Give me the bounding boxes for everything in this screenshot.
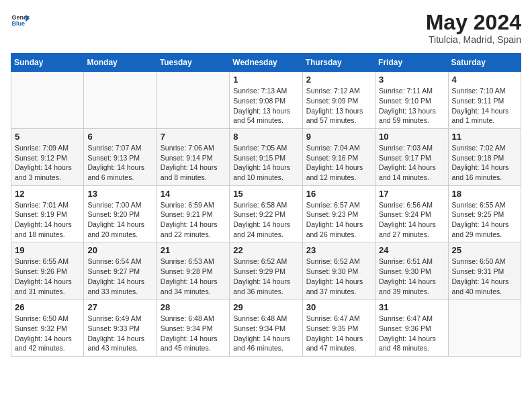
calendar-day-9: 9Sunrise: 7:04 AM Sunset: 9:16 PM Daylig… — [302, 128, 375, 185]
calendar-day-30: 30Sunrise: 6:47 AM Sunset: 9:35 PM Dayli… — [302, 300, 375, 357]
day-info: Sunrise: 7:06 AM Sunset: 9:14 PM Dayligh… — [161, 143, 226, 183]
calendar-day-16: 16Sunrise: 6:57 AM Sunset: 9:23 PM Dayli… — [302, 185, 375, 242]
day-number: 25 — [452, 245, 517, 255]
calendar-day-25: 25Sunrise: 6:50 AM Sunset: 9:31 PM Dayli… — [448, 242, 521, 300]
calendar-day-20: 20Sunrise: 6:54 AM Sunset: 9:27 PM Dayli… — [84, 242, 157, 300]
day-info: Sunrise: 6:56 AM Sunset: 9:24 PM Dayligh… — [379, 200, 444, 240]
calendar-day-28: 28Sunrise: 6:48 AM Sunset: 9:34 PM Dayli… — [157, 300, 229, 357]
day-number: 15 — [233, 189, 298, 199]
day-number: 13 — [87, 189, 152, 199]
calendar-day-12: 12Sunrise: 7:01 AM Sunset: 9:19 PM Dayli… — [11, 185, 84, 242]
day-info: Sunrise: 6:55 AM Sunset: 9:25 PM Dayligh… — [452, 200, 517, 240]
day-number: 10 — [379, 132, 444, 142]
calendar-day-2: 2Sunrise: 7:12 AM Sunset: 9:09 PM Daylig… — [302, 72, 375, 129]
day-number: 28 — [161, 302, 226, 312]
calendar-day-4: 4Sunrise: 7:10 AM Sunset: 9:11 PM Daylig… — [448, 72, 521, 129]
day-info: Sunrise: 6:51 AM Sunset: 9:30 PM Dayligh… — [379, 257, 444, 296]
day-number: 2 — [306, 75, 371, 85]
day-header-friday: Friday — [375, 54, 448, 72]
calendar-week-row: 12Sunrise: 7:01 AM Sunset: 9:19 PM Dayli… — [11, 185, 521, 242]
calendar-day-3: 3Sunrise: 7:11 AM Sunset: 9:10 PM Daylig… — [375, 72, 448, 129]
day-info: Sunrise: 6:53 AM Sunset: 9:28 PM Dayligh… — [161, 257, 226, 296]
day-info: Sunrise: 7:09 AM Sunset: 9:12 PM Dayligh… — [15, 143, 80, 183]
day-header-tuesday: Tuesday — [157, 54, 229, 72]
calendar-day-21: 21Sunrise: 6:53 AM Sunset: 9:28 PM Dayli… — [157, 242, 229, 300]
day-header-monday: Monday — [84, 54, 157, 72]
day-number: 14 — [161, 189, 226, 199]
calendar-day-6: 6Sunrise: 7:07 AM Sunset: 9:13 PM Daylig… — [84, 128, 157, 185]
calendar-week-row: 5Sunrise: 7:09 AM Sunset: 9:12 PM Daylig… — [11, 128, 521, 185]
calendar-day-31: 31Sunrise: 6:47 AM Sunset: 9:36 PM Dayli… — [375, 300, 448, 357]
calendar-week-row: 26Sunrise: 6:50 AM Sunset: 9:32 PM Dayli… — [11, 300, 521, 357]
calendar-empty-cell — [11, 72, 84, 129]
day-number: 29 — [233, 302, 298, 312]
day-number: 3 — [379, 75, 444, 85]
day-info: Sunrise: 6:47 AM Sunset: 9:35 PM Dayligh… — [306, 314, 371, 353]
day-number: 7 — [161, 132, 226, 142]
calendar-day-7: 7Sunrise: 7:06 AM Sunset: 9:14 PM Daylig… — [157, 128, 229, 185]
day-info: Sunrise: 7:11 AM Sunset: 9:10 PM Dayligh… — [379, 86, 444, 126]
calendar-day-14: 14Sunrise: 6:59 AM Sunset: 9:21 PM Dayli… — [157, 185, 229, 242]
calendar-week-row: 1Sunrise: 7:13 AM Sunset: 9:08 PM Daylig… — [11, 72, 521, 129]
day-number: 30 — [306, 302, 371, 312]
subtitle: Titulcia, Madrid, Spain — [426, 34, 521, 45]
logo-icon: General Blue — [11, 11, 30, 30]
day-header-thursday: Thursday — [302, 54, 375, 72]
day-header-sunday: Sunday — [11, 54, 84, 72]
calendar-empty-cell — [84, 72, 157, 129]
day-info: Sunrise: 6:59 AM Sunset: 9:21 PM Dayligh… — [161, 200, 226, 240]
day-info: Sunrise: 6:49 AM Sunset: 9:33 PM Dayligh… — [87, 314, 152, 353]
calendar-table: SundayMondayTuesdayWednesdayThursdayFrid… — [11, 53, 521, 357]
day-info: Sunrise: 7:03 AM Sunset: 9:17 PM Dayligh… — [379, 143, 444, 183]
day-header-wednesday: Wednesday — [230, 54, 302, 72]
day-number: 17 — [379, 189, 444, 199]
day-info: Sunrise: 7:12 AM Sunset: 9:09 PM Dayligh… — [306, 86, 371, 126]
day-info: Sunrise: 7:02 AM Sunset: 9:18 PM Dayligh… — [452, 143, 517, 183]
calendar-week-row: 19Sunrise: 6:55 AM Sunset: 9:26 PM Dayli… — [11, 242, 521, 300]
day-info: Sunrise: 7:05 AM Sunset: 9:15 PM Dayligh… — [233, 143, 298, 183]
day-info: Sunrise: 6:48 AM Sunset: 9:34 PM Dayligh… — [161, 314, 226, 353]
calendar-day-29: 29Sunrise: 6:48 AM Sunset: 9:34 PM Dayli… — [230, 300, 302, 357]
calendar-day-24: 24Sunrise: 6:51 AM Sunset: 9:30 PM Dayli… — [375, 242, 448, 300]
day-number: 23 — [306, 245, 371, 255]
calendar-header-row: SundayMondayTuesdayWednesdayThursdayFrid… — [11, 54, 521, 72]
day-info: Sunrise: 6:54 AM Sunset: 9:27 PM Dayligh… — [87, 257, 152, 296]
day-number: 11 — [452, 132, 517, 142]
calendar-day-22: 22Sunrise: 6:52 AM Sunset: 9:29 PM Dayli… — [230, 242, 302, 300]
day-number: 19 — [15, 245, 80, 255]
day-info: Sunrise: 6:52 AM Sunset: 9:29 PM Dayligh… — [233, 257, 298, 296]
day-info: Sunrise: 6:57 AM Sunset: 9:23 PM Dayligh… — [306, 200, 371, 240]
day-number: 5 — [15, 132, 80, 142]
day-number: 12 — [15, 189, 80, 199]
day-info: Sunrise: 6:47 AM Sunset: 9:36 PM Dayligh… — [379, 314, 444, 353]
day-number: 4 — [452, 75, 517, 85]
day-info: Sunrise: 7:01 AM Sunset: 9:19 PM Dayligh… — [15, 200, 80, 240]
day-number: 9 — [306, 132, 371, 142]
day-number: 31 — [379, 302, 444, 312]
day-info: Sunrise: 6:55 AM Sunset: 9:26 PM Dayligh… — [15, 257, 80, 296]
day-number: 1 — [233, 75, 298, 85]
calendar-day-18: 18Sunrise: 6:55 AM Sunset: 9:25 PM Dayli… — [448, 185, 521, 242]
calendar-day-8: 8Sunrise: 7:05 AM Sunset: 9:15 PM Daylig… — [230, 128, 302, 185]
calendar-empty-cell — [448, 300, 521, 357]
day-info: Sunrise: 6:50 AM Sunset: 9:31 PM Dayligh… — [452, 257, 517, 296]
day-number: 6 — [87, 132, 152, 142]
day-info: Sunrise: 6:48 AM Sunset: 9:34 PM Dayligh… — [233, 314, 298, 353]
calendar-day-26: 26Sunrise: 6:50 AM Sunset: 9:32 PM Dayli… — [11, 300, 84, 357]
day-info: Sunrise: 7:10 AM Sunset: 9:11 PM Dayligh… — [452, 86, 517, 126]
day-number: 16 — [306, 189, 371, 199]
main-title: May 2024 — [426, 11, 521, 34]
calendar-day-19: 19Sunrise: 6:55 AM Sunset: 9:26 PM Dayli… — [11, 242, 84, 300]
header: General Blue May 2024 Titulcia, Madrid, … — [11, 11, 521, 45]
day-info: Sunrise: 7:04 AM Sunset: 9:16 PM Dayligh… — [306, 143, 371, 183]
calendar-empty-cell — [157, 72, 229, 129]
title-block: May 2024 Titulcia, Madrid, Spain — [426, 11, 521, 45]
day-info: Sunrise: 6:58 AM Sunset: 9:22 PM Dayligh… — [233, 200, 298, 240]
day-info: Sunrise: 6:50 AM Sunset: 9:32 PM Dayligh… — [15, 314, 80, 353]
day-number: 21 — [161, 245, 226, 255]
day-info: Sunrise: 7:00 AM Sunset: 9:20 PM Dayligh… — [87, 200, 152, 240]
calendar-day-1: 1Sunrise: 7:13 AM Sunset: 9:08 PM Daylig… — [230, 72, 302, 129]
day-number: 26 — [15, 302, 80, 312]
calendar-day-5: 5Sunrise: 7:09 AM Sunset: 9:12 PM Daylig… — [11, 128, 84, 185]
day-number: 27 — [87, 302, 152, 312]
